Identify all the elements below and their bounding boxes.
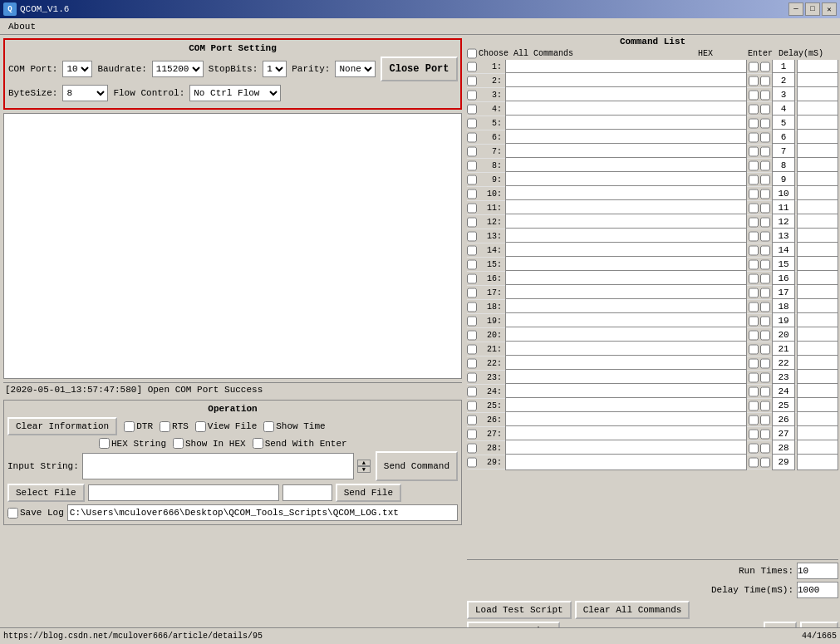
clear-information-button[interactable]: Clear Information [7, 417, 117, 435]
cmd-hex-checkbox[interactable] [749, 160, 759, 171]
cmd-enter-checkbox[interactable] [760, 401, 770, 411]
cmd-row-checkbox[interactable] [467, 175, 477, 185]
bytesize-select[interactable]: 8 [62, 85, 108, 101]
hex-string-checkbox[interactable] [99, 438, 110, 449]
cmd-hex-checkbox[interactable] [749, 457, 759, 468]
cmd-hex-checkbox[interactable] [749, 118, 759, 129]
cmd-hex-checkbox[interactable] [749, 146, 759, 157]
send-with-enter-checkbox[interactable] [253, 438, 263, 449]
cmd-row-checkbox[interactable] [467, 217, 477, 228]
cmd-hex-checkbox[interactable] [749, 429, 759, 440]
cmd-enter-checkbox[interactable] [760, 415, 770, 425]
cmd-row-checkbox[interactable] [467, 231, 477, 242]
dtr-label[interactable]: DTR [124, 421, 153, 432]
cmd-enter-checkbox[interactable] [760, 457, 770, 468]
cmd-enter-checkbox[interactable] [760, 316, 770, 327]
cmd-hex-checkbox[interactable] [749, 76, 759, 86]
input-string-field[interactable] [82, 453, 354, 479]
cmd-row-checkbox[interactable] [467, 401, 477, 411]
cmd-hex-checkbox[interactable] [749, 203, 759, 214]
show-in-hex-checkbox[interactable] [173, 438, 184, 449]
com-port-select[interactable]: 10 [62, 61, 92, 77]
cmd-row-checkbox[interactable] [467, 61, 477, 72]
cmd-row-checkbox[interactable] [467, 302, 477, 312]
baudrate-select[interactable]: 115200 [152, 61, 204, 77]
cmd-row-checkbox[interactable] [467, 316, 477, 327]
cmd-enter-checkbox[interactable] [760, 443, 770, 454]
rts-label[interactable]: RTS [160, 421, 189, 432]
cmd-row-checkbox[interactable] [467, 358, 477, 369]
cmd-row-checkbox[interactable] [467, 118, 477, 129]
cmd-row-checkbox[interactable] [467, 372, 477, 383]
menu-about[interactable]: About [3, 22, 41, 32]
cmd-enter-checkbox[interactable] [760, 61, 770, 72]
cmd-enter-checkbox[interactable] [760, 429, 770, 440]
cmd-row-checkbox[interactable] [467, 132, 477, 143]
cmd-enter-checkbox[interactable] [760, 90, 770, 101]
cmd-enter-num[interactable] [772, 454, 795, 470]
cmd-enter-checkbox[interactable] [760, 146, 770, 157]
cmd-row-checkbox[interactable] [467, 288, 477, 298]
cmd-row-checkbox[interactable] [467, 104, 477, 115]
cmd-enter-checkbox[interactable] [760, 189, 770, 199]
cmd-hex-checkbox[interactable] [749, 231, 759, 242]
flow-control-select[interactable]: No Ctrl Flow [189, 85, 281, 101]
cmd-row-checkbox[interactable] [467, 160, 477, 171]
cmd-enter-checkbox[interactable] [760, 372, 770, 383]
close-port-button[interactable]: Close Port [381, 57, 457, 81]
scroll-up-button[interactable]: ▲ [357, 460, 371, 466]
parity-select[interactable]: None [335, 61, 376, 77]
cmd-enter-checkbox[interactable] [760, 288, 770, 298]
show-in-hex-label[interactable]: Show In HEX [173, 438, 246, 449]
cmd-hex-checkbox[interactable] [749, 302, 759, 312]
clear-all-commands-button[interactable]: Clear All Commands [575, 601, 690, 619]
cmd-hex-checkbox[interactable] [749, 316, 759, 327]
cmd-enter-checkbox[interactable] [760, 231, 770, 242]
cmd-hex-checkbox[interactable] [749, 415, 759, 425]
save-log-checkbox-label[interactable]: Save Log [7, 508, 64, 519]
choose-all-checkbox[interactable] [467, 48, 477, 59]
cmd-row-checkbox[interactable] [467, 203, 477, 214]
cmd-enter-checkbox[interactable] [760, 273, 770, 284]
cmd-row-checkbox[interactable] [467, 344, 477, 355]
cmd-row-checkbox[interactable] [467, 245, 477, 256]
cmd-hex-checkbox[interactable] [749, 358, 759, 369]
save-log-checkbox[interactable] [7, 508, 18, 519]
cmd-hex-checkbox[interactable] [749, 132, 759, 143]
cmd-hex-checkbox[interactable] [749, 344, 759, 355]
close-button[interactable]: ✕ [822, 2, 837, 16]
cmd-row-checkbox[interactable] [467, 429, 477, 440]
cmd-hex-checkbox[interactable] [749, 386, 759, 397]
cmd-enter-checkbox[interactable] [760, 358, 770, 369]
cmd-row-input[interactable] [505, 454, 747, 470]
cmd-hex-checkbox[interactable] [749, 189, 759, 199]
run-times-input[interactable] [797, 563, 838, 579]
cmd-hex-checkbox[interactable] [749, 90, 759, 101]
minimize-button[interactable]: ─ [788, 2, 803, 16]
cmd-hex-checkbox[interactable] [749, 61, 759, 72]
cmd-hex-checkbox[interactable] [749, 372, 759, 383]
cmd-enter-checkbox[interactable] [760, 76, 770, 86]
cmd-enter-checkbox[interactable] [760, 175, 770, 185]
cmd-row-checkbox[interactable] [467, 415, 477, 425]
hex-string-label[interactable]: HEX String [99, 438, 166, 449]
file-path-input[interactable] [88, 484, 279, 501]
cmd-hex-checkbox[interactable] [749, 245, 759, 256]
stopbits-select[interactable]: 1 [263, 61, 287, 77]
cmd-enter-checkbox[interactable] [760, 245, 770, 256]
cmd-row-checkbox[interactable] [467, 273, 477, 284]
cmd-hex-checkbox[interactable] [749, 288, 759, 298]
cmd-row-checkbox[interactable] [467, 330, 477, 341]
cmd-hex-checkbox[interactable] [749, 104, 759, 115]
dtr-checkbox[interactable] [124, 421, 135, 432]
rts-checkbox[interactable] [160, 421, 170, 432]
file-path-input2[interactable] [282, 484, 332, 501]
show-time-checkbox[interactable] [263, 421, 274, 432]
cmd-hex-checkbox[interactable] [749, 217, 759, 228]
send-command-button[interactable]: Send Command [376, 451, 458, 481]
show-time-label[interactable]: Show Time [263, 421, 325, 432]
cmd-hex-checkbox[interactable] [749, 273, 759, 284]
cmd-enter-checkbox[interactable] [760, 344, 770, 355]
cmd-hex-checkbox[interactable] [749, 330, 759, 341]
send-with-enter-label[interactable]: Send With Enter [253, 438, 347, 449]
